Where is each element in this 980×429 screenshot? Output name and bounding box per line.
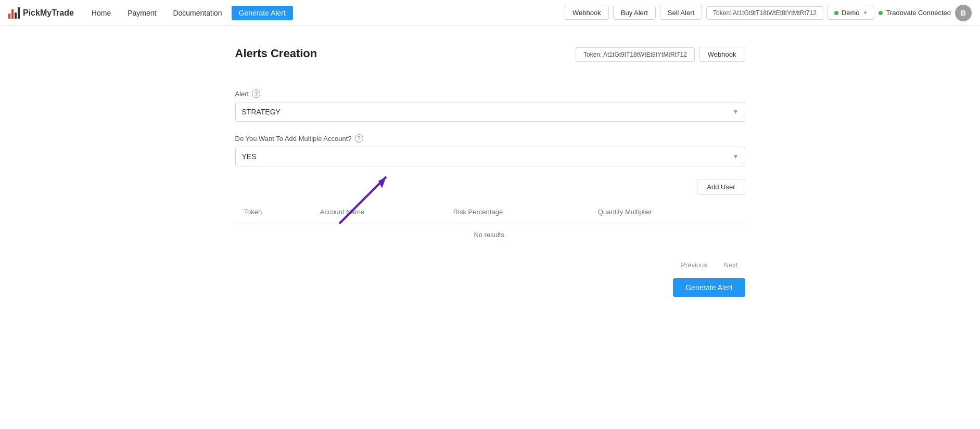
bottom-actions: Previous Next [235, 258, 745, 272]
demo-label: Demo [842, 9, 860, 17]
brand-bar-3 [15, 12, 17, 19]
generate-alert-btn[interactable]: Generate Alert [673, 278, 745, 297]
nav-payment[interactable]: Payment [120, 6, 163, 20]
add-user-btn[interactable]: Add User [697, 179, 745, 195]
nav-generate-alert-btn[interactable]: Generate Alert [232, 6, 293, 20]
header-webhook-btn[interactable]: Webhook [699, 47, 745, 62]
tradovate-label: Tradovate Connected [886, 9, 951, 17]
navbar-buy-alert-btn[interactable]: Buy Alert [613, 6, 656, 20]
multiple-account-help-icon[interactable]: ? [355, 134, 363, 142]
navbar-sell-alert-btn[interactable]: Sell Alert [660, 6, 702, 20]
avatar[interactable]: B [955, 5, 972, 21]
table-row-empty: No results. [235, 223, 745, 248]
generate-section: Generate Alert [235, 278, 745, 297]
tradovate-status-dot [879, 11, 883, 15]
chevron-down-icon: ▼ [863, 10, 868, 16]
nav-links: Home Payment Documentation Generate Aler… [84, 6, 293, 20]
multiple-account-select-wrapper: YES NO ▼ [235, 147, 745, 166]
brand-bar-2 [11, 9, 14, 19]
col-quantity-multiplier: Quantity Multiplier [590, 202, 745, 223]
multiple-account-label: Do You Want To Add Multiple Account? ? [235, 134, 745, 142]
multiple-account-section: Do You Want To Add Multiple Account? ? Y… [235, 134, 745, 166]
col-risk-percentage: Risk Percentage [445, 202, 590, 223]
navbar-right: Webhook Buy Alert Sell Alert Token: At1t… [565, 5, 972, 21]
add-user-row: Add User [235, 179, 745, 195]
page-title: Alerts Creation [235, 47, 317, 60]
alert-help-icon[interactable]: ? [252, 89, 260, 98]
pagination: Previous Next [673, 258, 745, 272]
next-btn[interactable]: Next [717, 258, 745, 272]
table-body: No results. [235, 223, 745, 248]
navbar-token: Token: At1tGt9tT18tWtEt8tYtMtRt712 [706, 6, 823, 20]
alert-select-wrapper: STRATEGY INDICATOR CUSTOM ▼ [235, 102, 745, 122]
alert-label-text: Alert [235, 90, 249, 98]
navbar: PickMyTrade Home Payment Documentation G… [0, 0, 980, 26]
brand-name: PickMyTrade [23, 8, 74, 18]
demo-status-dot [834, 11, 838, 15]
content-wrapper: Alerts Creation Token: At1tGt9tT18tWtEt8… [235, 47, 745, 297]
navbar-demo-dropdown[interactable]: Demo ▼ [828, 6, 875, 20]
users-table: Token Account Name Risk Percentage Quant… [235, 201, 745, 248]
multiple-account-select[interactable]: YES NO [235, 147, 745, 166]
tradovate-status: Tradovate Connected [879, 9, 951, 17]
brand-logo[interactable]: PickMyTrade [8, 7, 74, 19]
nav-documentation[interactable]: Documentation [166, 6, 229, 20]
no-results-cell: No results. [235, 223, 745, 248]
header-token-badge: Token: At1tGt9tT18tWtEt8tYtMtRt712 [576, 47, 695, 62]
previous-btn[interactable]: Previous [673, 258, 715, 272]
navbar-webhook-btn[interactable]: Webhook [565, 6, 609, 20]
col-account-name: Account Name [312, 202, 445, 223]
nav-home[interactable]: Home [84, 6, 118, 20]
alert-field-section: Alert ? STRATEGY INDICATOR CUSTOM ▼ [235, 89, 745, 122]
table-header: Token Account Name Risk Percentage Quant… [235, 202, 745, 223]
col-token: Token [235, 202, 312, 223]
alert-select[interactable]: STRATEGY INDICATOR CUSTOM [235, 102, 745, 122]
main-content: Alerts Creation Token: At1tGt9tT18tWtEt8… [204, 26, 777, 318]
brand-bar-1 [8, 14, 10, 19]
alert-field-label: Alert ? [235, 89, 745, 98]
table-header-row: Token Account Name Risk Percentage Quant… [235, 202, 745, 223]
top-actions: Token: At1tGt9tT18tWtEt8tYtMtRt712 Webho… [576, 47, 745, 62]
brand-icon [8, 7, 20, 19]
brand-bar-4 [18, 7, 20, 19]
multiple-account-label-text: Do You Want To Add Multiple Account? [235, 135, 352, 142]
